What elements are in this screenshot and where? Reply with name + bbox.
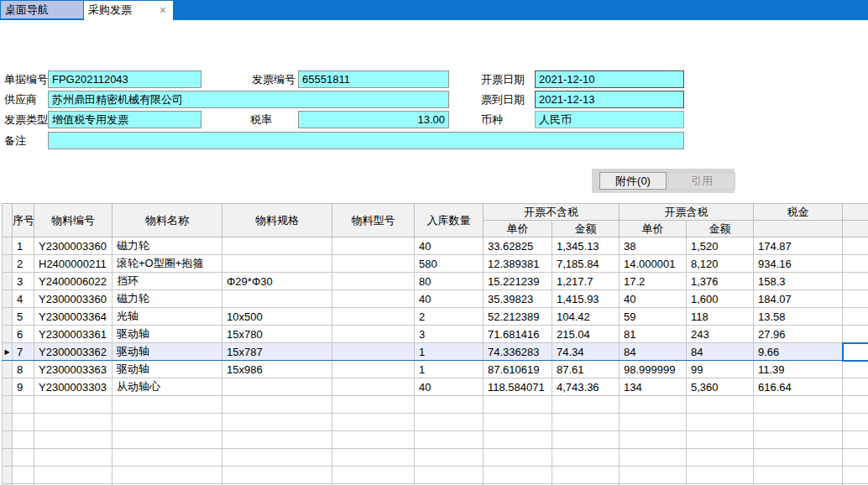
- grid-cell[interactable]: [13, 449, 34, 467]
- grid-cell[interactable]: 挡环: [112, 273, 222, 290]
- grid-cell[interactable]: [13, 431, 34, 449]
- grid-cell[interactable]: 3: [13, 273, 34, 290]
- grid-cell[interactable]: 6: [13, 326, 34, 343]
- grid-cell[interactable]: 81: [620, 326, 687, 343]
- grid-cell[interactable]: 滚轮+O型圈+抱箍: [112, 255, 222, 273]
- grid-cell[interactable]: [415, 431, 484, 449]
- grid-cell[interactable]: 52.212389: [484, 308, 552, 326]
- grid-cell[interactable]: [332, 431, 415, 449]
- grid-cell[interactable]: [843, 467, 868, 484]
- grid-cell[interactable]: 1,415.93: [552, 290, 620, 308]
- grid-cell[interactable]: [222, 378, 332, 396]
- grid-cell[interactable]: [332, 414, 415, 431]
- grid-cell[interactable]: [332, 378, 415, 396]
- grid-cell[interactable]: [222, 396, 332, 414]
- grid-cell[interactable]: 118: [687, 308, 754, 326]
- row-indicator[interactable]: [3, 361, 13, 378]
- grid-cell[interactable]: 616.64: [754, 378, 843, 396]
- grid-cell[interactable]: [484, 396, 552, 414]
- grid-cell[interactable]: [34, 414, 112, 431]
- grid-cell[interactable]: 8,120: [687, 255, 754, 273]
- grid-cell[interactable]: [843, 396, 868, 414]
- grid-cell[interactable]: [620, 467, 687, 484]
- grid-cell[interactable]: 35.39823: [484, 290, 552, 308]
- grid-cell[interactable]: [484, 467, 552, 484]
- grid-cell[interactable]: 1: [415, 343, 484, 361]
- grid-cell[interactable]: [552, 467, 620, 484]
- attachment-button[interactable]: 附件(0): [599, 172, 667, 190]
- grid-cell[interactable]: Y2400006022: [34, 273, 112, 290]
- row-indicator[interactable]: [3, 378, 13, 396]
- remark-field[interactable]: [48, 132, 684, 149]
- grid-cell[interactable]: 1,600: [687, 290, 754, 308]
- grid-cell[interactable]: 174.87: [754, 237, 843, 255]
- grid-cell[interactable]: [620, 431, 687, 449]
- grid-cell[interactable]: 磁力轮: [112, 290, 222, 308]
- tab-purchase-invoice[interactable]: 采购发票 ×: [84, 1, 173, 20]
- grid-cell[interactable]: 驱动轴: [112, 343, 222, 361]
- row-indicator[interactable]: [3, 449, 13, 467]
- grid-cell[interactable]: 7: [13, 343, 34, 361]
- supplier-field[interactable]: [48, 91, 449, 108]
- doc-no-field[interactable]: [48, 70, 201, 88]
- grid-cell[interactable]: 14.000001: [620, 255, 687, 273]
- grid-cell[interactable]: [112, 414, 222, 431]
- grid-cell[interactable]: [222, 290, 332, 308]
- grid-cell[interactable]: [754, 449, 843, 467]
- grid-cell[interactable]: 33.62825: [484, 237, 552, 255]
- grid-cell[interactable]: [332, 255, 415, 273]
- grid-cell[interactable]: [552, 431, 620, 449]
- grid-cell[interactable]: 7,185.84: [552, 255, 620, 273]
- grid-cell[interactable]: [332, 308, 415, 326]
- row-indicator[interactable]: [3, 326, 13, 343]
- tax-rate-field[interactable]: [298, 111, 449, 128]
- grid-cell[interactable]: [620, 449, 687, 467]
- grid-cell[interactable]: 1,376: [687, 273, 754, 290]
- grid-cell[interactable]: [484, 414, 552, 431]
- grid-cell[interactable]: [415, 414, 484, 431]
- grid-cell[interactable]: [222, 449, 332, 467]
- grid-cell[interactable]: 87.610619: [484, 361, 552, 378]
- grid-cell[interactable]: 10x500: [222, 308, 332, 326]
- grid-cell[interactable]: 光轴: [112, 308, 222, 326]
- grid-cell[interactable]: Y2300003361: [34, 326, 112, 343]
- grid-cell[interactable]: Φ29*Φ30: [222, 273, 332, 290]
- grid-cell[interactable]: [112, 431, 222, 449]
- grid-cell[interactable]: [222, 237, 332, 255]
- grid-cell[interactable]: 磁力轮: [112, 237, 222, 255]
- grid-cell[interactable]: [112, 449, 222, 467]
- row-indicator[interactable]: [3, 255, 13, 273]
- row-indicator[interactable]: [3, 237, 13, 255]
- grid-cell[interactable]: 99: [687, 361, 754, 378]
- row-indicator-arrow-icon[interactable]: ▶: [3, 343, 13, 361]
- grid-cell[interactable]: 2: [415, 308, 484, 326]
- grid-cell[interactable]: [332, 467, 415, 484]
- grid-cell[interactable]: [687, 414, 754, 431]
- close-icon[interactable]: ×: [159, 3, 166, 18]
- grid-cell[interactable]: [332, 449, 415, 467]
- grid-cell[interactable]: [222, 414, 332, 431]
- grid-cell[interactable]: [843, 255, 868, 273]
- grid-cell[interactable]: [687, 449, 754, 467]
- grid-cell[interactable]: [415, 396, 484, 414]
- grid-cell[interactable]: [754, 467, 843, 484]
- grid-cell[interactable]: 17.2: [620, 273, 687, 290]
- grid-cell[interactable]: Y2300003363: [34, 361, 112, 378]
- grid-cell[interactable]: 11.39: [754, 361, 843, 378]
- grid-cell[interactable]: 13.58: [754, 308, 843, 326]
- grid-cell[interactable]: [687, 467, 754, 484]
- grid-cell[interactable]: 15x780: [222, 326, 332, 343]
- row-indicator[interactable]: [3, 431, 13, 449]
- grid-cell[interactable]: 134: [620, 378, 687, 396]
- grid-cell[interactable]: Y2300003303: [34, 378, 112, 396]
- grid-cell[interactable]: [222, 431, 332, 449]
- grid-cell[interactable]: 84: [620, 343, 687, 361]
- grid-cell[interactable]: [843, 431, 868, 449]
- grid-cell[interactable]: [843, 237, 868, 255]
- grid-cell[interactable]: [843, 361, 868, 378]
- grid-cell[interactable]: 2: [13, 255, 34, 273]
- grid-cell[interactable]: [843, 273, 868, 290]
- invoice-no-field[interactable]: [298, 70, 449, 88]
- grid-cell[interactable]: 15.221239: [484, 273, 552, 290]
- row-indicator[interactable]: [3, 467, 13, 484]
